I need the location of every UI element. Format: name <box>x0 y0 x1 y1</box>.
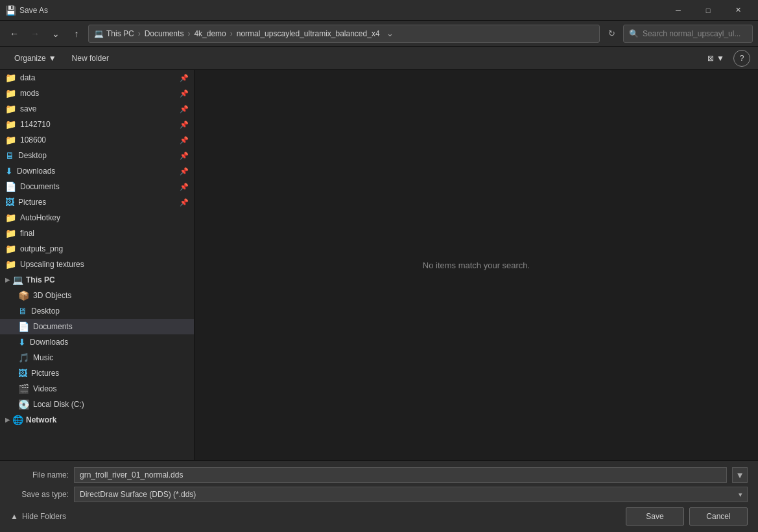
sidebar-item-save[interactable]: 📁 save 📌 <box>0 101 194 117</box>
sidebar-item-outputs-png[interactable]: 📁 outputs_png <box>0 241 194 257</box>
sidebar-item-label: 108600 <box>20 135 46 145</box>
pin-icon: 📌 <box>180 89 189 98</box>
network-icon: 🌐 <box>12 415 23 425</box>
network-toggle: ▶ <box>5 417 10 423</box>
maximize-button[interactable]: □ <box>693 0 723 21</box>
downloads-icon: ⬇ <box>5 166 13 176</box>
sidebar-item-label: 1142710 <box>20 120 51 129</box>
filetype-select-wrapper: DirectDraw Surface (DDS) (*.dds) <box>74 487 748 502</box>
sidebar-item-label: final <box>20 229 34 238</box>
filetype-row: Save as type: DirectDraw Surface (DDS) (… <box>10 487 748 502</box>
up-button[interactable]: ↑ <box>67 25 86 43</box>
folder-icon: 📁 <box>5 104 16 114</box>
sidebar-item-localdisk[interactable]: 💽 Local Disk (C:) <box>0 397 194 412</box>
path-part-3: 4k_demo <box>194 29 226 38</box>
folder-icon: 📁 <box>5 213 16 223</box>
folder-icon: 📁 <box>5 259 16 270</box>
organize-button[interactable]: Organize ▼ <box>8 50 63 67</box>
hide-folders-chevron: ▲ <box>10 512 18 521</box>
address-dropdown-btn[interactable]: ⌄ <box>383 25 398 43</box>
close-button[interactable]: ✕ <box>723 0 753 21</box>
help-label: ? <box>740 54 744 63</box>
network-section-header[interactable]: ▶ 🌐 Network <box>0 412 194 428</box>
sidebar-item-documents-quick[interactable]: 📄 Documents 📌 <box>0 179 194 194</box>
empty-message: No items match your search. <box>423 260 530 270</box>
sidebar-item-documents[interactable]: 📄 Documents <box>0 319 194 334</box>
sidebar-item-desktop[interactable]: 🖥 Desktop <box>0 303 194 319</box>
save-button[interactable]: Save <box>626 507 684 526</box>
folder-icon: 📁 <box>5 119 16 130</box>
app-icon: 💾 <box>5 5 16 16</box>
pin-icon: 📌 <box>180 105 189 113</box>
sidebar-item-label: Documents <box>33 322 73 331</box>
toolbar-right: ⊠ ▼ ? <box>701 50 750 67</box>
thispc-toggle: ▶ <box>5 277 10 283</box>
filename-row: File name: ▼ <box>10 467 748 483</box>
sidebar-item-1142710[interactable]: 📁 1142710 📌 <box>0 117 194 132</box>
sidebar-item-label: 3D Objects <box>33 291 71 300</box>
cancel-button[interactable]: Cancel <box>689 507 748 526</box>
folder-icon: 📁 <box>5 228 16 238</box>
sidebar-item-label: Music <box>33 353 53 362</box>
help-button[interactable]: ? <box>733 50 750 67</box>
content-area: No items match your search. <box>195 70 758 460</box>
search-box[interactable]: 🔍 Search normal_upscayl_ul... <box>623 25 753 43</box>
sidebar-item-mods[interactable]: 📁 mods 📌 <box>0 86 194 101</box>
hide-folders-button[interactable]: ▲ Hide Folders <box>10 512 66 521</box>
sidebar-item-3dobjects[interactable]: 📦 3D Objects <box>0 288 194 303</box>
sidebar-item-data[interactable]: 📁 data 📌 <box>0 70 194 86</box>
sidebar-item-downloads-quick[interactable]: ⬇ Downloads 📌 <box>0 163 194 179</box>
address-path[interactable]: 💻 This PC › Documents › 4k_demo › normal… <box>88 25 600 43</box>
forward-button[interactable]: → <box>26 25 44 43</box>
thispc-label: This PC <box>26 275 55 284</box>
path-sep-2: › <box>187 29 190 38</box>
pin-icon: 📌 <box>180 74 189 82</box>
desktop-icon: 🖥 <box>18 306 27 316</box>
organize-label: Organize <box>14 54 46 63</box>
organize-arrow: ▼ <box>49 54 56 63</box>
footer-row: ▲ Hide Folders Save Cancel <box>10 507 748 526</box>
dropdown-button[interactable]: ⌄ <box>47 25 65 43</box>
view-button[interactable]: ⊠ ▼ <box>701 50 731 67</box>
sidebar-item-label: Videos <box>33 384 56 393</box>
filename-dropdown[interactable]: ▼ <box>732 467 748 483</box>
path-sep-3: › <box>230 29 233 38</box>
minimize-button[interactable]: ─ <box>663 0 693 21</box>
refresh-button[interactable]: ↻ <box>602 25 621 43</box>
back-button[interactable]: ← <box>5 25 23 43</box>
sidebar-item-music[interactable]: 🎵 Music <box>0 350 194 365</box>
sidebar-item-label: Local Disk (C:) <box>33 400 84 409</box>
sidebar-item-upscaling[interactable]: 📁 Upscaling textures <box>0 257 194 272</box>
sidebar-item-final[interactable]: 📁 final <box>0 226 194 241</box>
new-folder-label: New folder <box>72 54 109 63</box>
sidebar-item-label: AutoHotkey <box>20 213 60 222</box>
address-bar: ← → ⌄ ↑ 💻 This PC › Documents › 4k_demo … <box>0 21 758 47</box>
thispc-section-header[interactable]: ▶ 💻 This PC <box>0 272 194 288</box>
desktop-icon: 🖥 <box>5 150 14 161</box>
folder-icon: 📁 <box>5 135 16 145</box>
sidebar-item-autohotkey[interactable]: 📁 AutoHotkey <box>0 210 194 226</box>
network-label: Network <box>26 415 56 424</box>
sidebar-item-pictures[interactable]: 🖼 Pictures <box>0 365 194 381</box>
pin-icon: 📌 <box>180 167 189 176</box>
thispc-icon: 💻 <box>12 275 23 285</box>
sidebar-item-pictures-quick[interactable]: 🖼 Pictures 📌 <box>0 194 194 210</box>
bottom-area: File name: ▼ Save as type: DirectDraw Su… <box>0 460 758 532</box>
pin-icon: 📌 <box>180 121 189 129</box>
filetype-select[interactable]: DirectDraw Surface (DDS) (*.dds) <box>74 487 748 502</box>
sidebar-item-label: Downloads <box>30 338 68 347</box>
sidebar-item-downloads[interactable]: ⬇ Downloads <box>0 334 194 350</box>
filename-input[interactable] <box>74 467 727 483</box>
filetype-label: Save as type: <box>10 490 69 499</box>
sidebar-item-desktop-quick[interactable]: 🖥 Desktop 📌 <box>0 148 194 163</box>
music-icon: 🎵 <box>18 353 29 363</box>
sidebar-item-108600[interactable]: 📁 108600 📌 <box>0 132 194 148</box>
title-bar: 💾 Save As ─ □ ✕ <box>0 0 758 21</box>
sidebar: 📁 data 📌 📁 mods 📌 📁 save 📌 📁 1142710 📌 📁… <box>0 70 195 460</box>
documents-icon: 📄 <box>5 181 16 192</box>
new-folder-button[interactable]: New folder <box>65 50 115 67</box>
pictures-icon: 🖼 <box>5 197 14 207</box>
sidebar-item-label: Desktop <box>18 151 47 160</box>
pictures-icon: 🖼 <box>18 368 27 378</box>
sidebar-item-videos[interactable]: 🎬 Videos <box>0 381 194 397</box>
